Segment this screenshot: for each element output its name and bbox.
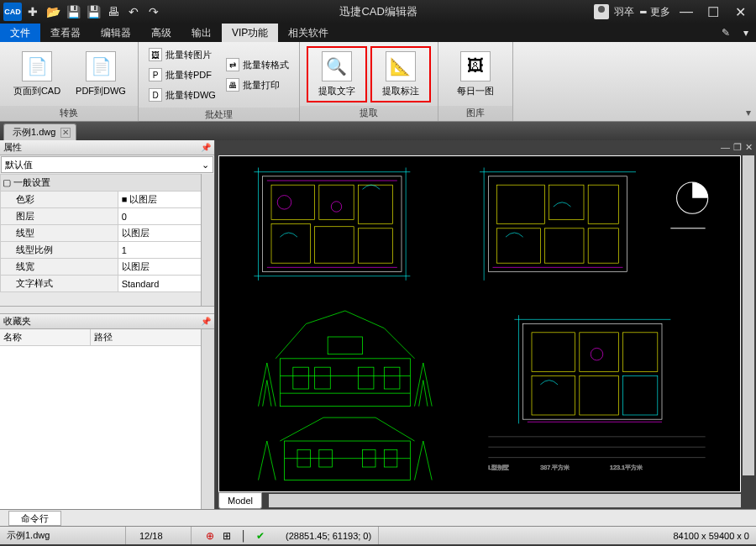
cad-drawing[interactable]: L型别墅 387.平方米 123.1平方米 <box>218 155 741 492</box>
properties-header: 属性📌 <box>0 140 214 155</box>
ribbon-group-gallery: 🖼每日一图 图库 <box>438 42 513 121</box>
edit-icon[interactable]: ✎ <box>716 24 736 42</box>
svg-text:L型别墅: L型别墅 <box>488 464 509 471</box>
svg-text:387.平方米: 387.平方米 <box>540 464 570 471</box>
canvas-restore-icon[interactable]: ❐ <box>733 142 742 154</box>
ribbon: 📄页面到CAD 📄PDF到DWG 转换 🖼批量转图片 P批量转PDF D批量转D… <box>0 42 756 122</box>
print-icon: 🖶 <box>226 78 239 92</box>
undo-icon[interactable]: ↶ <box>124 3 143 21</box>
tab-vip[interactable]: VIP功能 <box>222 24 278 42</box>
prop-section[interactable]: ▢ 一般设置 <box>1 175 214 192</box>
more-icon: ▪▪▪ <box>639 6 645 18</box>
prop-row[interactable]: 色彩■ 以图层 <box>1 192 214 208</box>
status-icon[interactable]: ⊕ <box>203 529 217 543</box>
close-button[interactable]: ✕ <box>729 3 751 21</box>
prop-row[interactable]: 线型比例1 <box>1 242 214 259</box>
document-tab[interactable]: 示例1.dwg ✕ <box>3 123 76 140</box>
gallery-icon: 🖼 <box>460 51 491 81</box>
more-label[interactable]: 更多 <box>650 5 670 19</box>
svg-rect-20 <box>588 185 618 223</box>
group-caption: 批处理 <box>139 108 299 123</box>
group-caption: 转换 <box>0 106 138 121</box>
batch-to-pdf-button[interactable]: P批量转PDF <box>145 66 219 84</box>
canvas-min-icon[interactable]: — <box>721 142 730 154</box>
tab-viewer[interactable]: 查看器 <box>40 24 91 42</box>
fav-col-name[interactable]: 名称 <box>0 329 91 345</box>
favorites-panel: 收藏夹📌 名称 路径 <box>0 313 214 509</box>
status-check-icon[interactable]: ✔ <box>254 529 267 543</box>
horizontal-scrollbar[interactable] <box>269 494 741 507</box>
svg-text:123.1平方米: 123.1平方米 <box>610 464 643 471</box>
svg-rect-30 <box>293 367 309 389</box>
canvas-close-icon[interactable]: ✕ <box>745 142 753 154</box>
fav-col-path[interactable]: 路径 <box>91 329 116 345</box>
svg-rect-35 <box>285 441 411 480</box>
chevron-down-icon[interactable]: ▾ <box>736 24 756 42</box>
svg-rect-18 <box>497 185 545 223</box>
svg-rect-48 <box>580 376 619 416</box>
close-tab-icon[interactable]: ✕ <box>60 128 71 138</box>
tab-output[interactable]: 输出 <box>181 24 222 42</box>
saveas-icon[interactable]: 💾 <box>84 3 102 21</box>
properties-selector[interactable]: 默认值⌄ <box>1 156 213 173</box>
model-tab[interactable]: Model <box>218 492 262 509</box>
avatar-icon[interactable] <box>594 4 609 19</box>
status-line-icon[interactable]: │ <box>237 529 250 543</box>
svg-rect-33 <box>384 367 400 389</box>
save-icon[interactable]: 💾 <box>64 3 82 21</box>
app-logo: CAD <box>3 3 22 21</box>
svg-rect-23 <box>588 228 618 263</box>
pdf-to-dwg-button[interactable]: 📄PDF到DWG <box>71 48 131 101</box>
new-icon[interactable]: ✚ <box>24 3 42 21</box>
status-dims: 84100 x 59400 x 0 <box>666 527 756 544</box>
extract-text-button[interactable]: 🔍提取文字 <box>307 46 367 102</box>
group-caption: 图库 <box>438 106 512 121</box>
tab-file[interactable]: 文件 <box>0 24 40 42</box>
open-icon[interactable]: 📂 <box>44 3 62 21</box>
pin-icon[interactable]: 📌 <box>201 317 211 326</box>
svg-rect-7 <box>358 185 392 223</box>
pin-icon[interactable]: 📌 <box>201 143 211 152</box>
batch-format-button[interactable]: ⇄批量转格式 <box>223 55 292 74</box>
minimize-button[interactable]: — <box>675 3 697 21</box>
prop-row[interactable]: 线宽以图层 <box>1 259 214 276</box>
document-tabs: 示例1.dwg ✕ <box>0 122 756 140</box>
ribbon-collapse-button[interactable]: ▾ <box>741 42 756 121</box>
prop-row[interactable]: 文字样式Standard <box>1 276 214 292</box>
tab-editor[interactable]: 编辑器 <box>91 24 141 42</box>
maximize-button[interactable]: ☐ <box>702 3 724 21</box>
svg-point-50 <box>591 348 602 360</box>
svg-rect-49 <box>623 376 658 416</box>
svg-rect-32 <box>358 367 374 389</box>
command-tab[interactable]: 命令行 <box>8 511 61 526</box>
canvas-area: — ❐ ✕ <box>215 140 756 509</box>
daily-image-button[interactable]: 🖼每日一图 <box>445 48 506 101</box>
svg-rect-45 <box>580 333 619 372</box>
favorites-list <box>0 346 201 509</box>
document-tab-label: 示例1.dwg <box>13 126 55 139</box>
svg-rect-9 <box>315 227 354 263</box>
group-caption: 提取 <box>300 106 438 121</box>
username[interactable]: 羽卒 <box>614 5 634 19</box>
extract-anno-icon: 📐 <box>386 51 416 81</box>
prop-row[interactable]: 线型以图层 <box>1 225 214 242</box>
prop-row[interactable]: 图层0 <box>1 208 214 225</box>
svg-rect-46 <box>623 333 658 372</box>
scrollbar[interactable] <box>201 174 214 306</box>
tab-advanced[interactable]: 高级 <box>141 24 181 42</box>
batch-to-image-button[interactable]: 🖼批量转图片 <box>145 45 219 64</box>
batch-to-dwg-button[interactable]: D批量转DWG <box>145 86 219 104</box>
svg-rect-34 <box>328 337 362 354</box>
scrollbar[interactable] <box>201 329 214 509</box>
status-filename: 示例1.dwg <box>0 527 126 544</box>
print-icon[interactable]: 🖶 <box>104 3 123 21</box>
svg-rect-22 <box>545 228 585 263</box>
tab-related[interactable]: 相关软件 <box>278 24 339 42</box>
batch-print-button[interactable]: 🖶批量打印 <box>223 76 292 94</box>
svg-point-12 <box>331 202 341 212</box>
status-grid-icon[interactable]: ⊞ <box>220 529 234 543</box>
page-to-cad-button[interactable]: 📄页面到CAD <box>7 48 67 101</box>
redo-icon[interactable]: ↷ <box>144 3 163 21</box>
vertical-scrollbar[interactable] <box>743 155 754 475</box>
extract-annotation-button[interactable]: 📐提取标注 <box>370 46 431 102</box>
